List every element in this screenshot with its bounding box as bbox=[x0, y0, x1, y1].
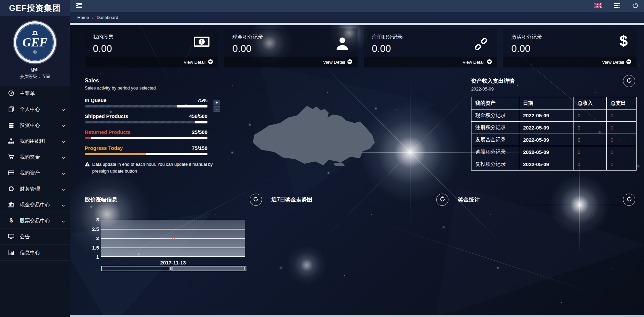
stock-price-panel: 股价涨幅信息 3 2.5 2 1.5 1 bbox=[85, 194, 263, 295]
sidebar-item-stock-trade-center[interactable]: $ 股票交易中心 bbox=[0, 213, 70, 229]
plus-button[interactable]: + bbox=[214, 100, 220, 105]
progress-today: Progress Today 75/150 bbox=[85, 145, 207, 155]
bank-glyph-icon bbox=[32, 30, 38, 36]
coin-glyph-icon: Ⓢ bbox=[33, 49, 37, 55]
sidebar-toggle-button[interactable] bbox=[76, 3, 82, 9]
chevron-down-icon bbox=[62, 122, 65, 128]
chevron-right-icon: › bbox=[92, 15, 94, 20]
app-title: GEF投资集团 bbox=[9, 3, 61, 14]
monitor-icon bbox=[7, 234, 15, 239]
refresh-button[interactable] bbox=[623, 75, 635, 87]
sidebar-item-main-menu[interactable]: 主菜单 bbox=[0, 85, 70, 101]
stock-panel-title: 股价涨幅信息 bbox=[85, 196, 263, 203]
slider-handle-left[interactable] bbox=[169, 266, 173, 271]
view-detail-link[interactable]: View Detail bbox=[503, 57, 637, 67]
arrow-circle-right-icon bbox=[487, 59, 492, 65]
table-row: 现金积分记录 2022-05-09 0 0 bbox=[471, 110, 637, 122]
slider-handle-right[interactable] bbox=[243, 266, 246, 271]
brand-header: GEF投资集团 bbox=[0, 0, 70, 16]
view-detail-link[interactable]: View Detail bbox=[85, 57, 218, 67]
warning-icon bbox=[85, 162, 90, 166]
main-content: 我的股票 0.00 1 View Detail 现金积分记录 0.00 bbox=[70, 23, 644, 317]
progress-in-queue: In Queue 75% bbox=[85, 97, 207, 107]
asset-detail-panel: 资产收入支出详情 2022-05-09 我的资产 日期 总收入 总支出 bbox=[471, 75, 637, 175]
chevron-down-icon bbox=[62, 186, 65, 192]
progress-bar bbox=[85, 153, 207, 155]
stat-value: 0.00 bbox=[233, 43, 350, 54]
uk-flag-icon bbox=[595, 3, 602, 9]
refresh-icon bbox=[253, 196, 259, 203]
arrow-circle-right-icon bbox=[626, 59, 631, 65]
dashboard-app: GEF投资集团 GEF Ⓢ gef 会员等级：五星 主菜单 bbox=[0, 0, 644, 317]
view-detail-link[interactable]: View Detail bbox=[224, 57, 358, 67]
asset-table: 我的资产 日期 总收入 总支出 现金积分记录 2022-05-09 0 bbox=[471, 97, 637, 171]
progress-bars: In Queue 75% Shipped Products 450/500 bbox=[85, 97, 207, 155]
speedometer-icon bbox=[7, 90, 15, 96]
middle-row: Sales Sales activity by period you selec… bbox=[85, 75, 637, 175]
sidebar-item-info-center[interactable]: 信息中心 bbox=[0, 245, 70, 261]
gridline bbox=[101, 256, 245, 257]
sitemap-icon bbox=[7, 138, 15, 144]
sidebar-item-investment-center[interactable]: 投资中心 bbox=[0, 117, 70, 133]
svg-text:1: 1 bbox=[200, 39, 203, 44]
sidebar-item-my-bonus[interactable]: 我的奖金 bbox=[0, 149, 70, 165]
stat-value: 0.00 bbox=[511, 43, 629, 54]
breadcrumb-current: Dashboard bbox=[97, 15, 118, 20]
sidebar-item-personal-center[interactable]: 个人中心 bbox=[0, 101, 70, 117]
progress-bar bbox=[85, 121, 207, 123]
sidebar-item-my-assets[interactable]: 我的资产 bbox=[0, 165, 70, 181]
content: 我的股票 0.00 1 View Detail 现金积分记录 0.00 bbox=[70, 25, 644, 315]
stat-card-my-stock: 我的股票 0.00 1 View Detail bbox=[85, 28, 218, 67]
refresh-button[interactable] bbox=[623, 194, 635, 206]
range-selection bbox=[171, 266, 246, 271]
dollar-sign-icon: $ bbox=[620, 33, 628, 49]
logo-text: GEF bbox=[22, 36, 47, 48]
data-point[interactable] bbox=[172, 237, 175, 240]
refresh-button[interactable] bbox=[436, 194, 448, 206]
stat-label: 现金积分记录 bbox=[233, 34, 350, 40]
arrow-circle-right-icon bbox=[208, 59, 213, 65]
stat-cards-row: 我的股票 0.00 1 View Detail 现金积分记录 0.00 bbox=[85, 28, 637, 67]
view-detail-link[interactable]: View Detail bbox=[364, 57, 497, 67]
stat-card-register-points: 注册积分记录 0.00 View Detail bbox=[364, 28, 497, 67]
sales-subtitle: Sales activity by period you selected bbox=[85, 85, 464, 91]
data-update-note: Data update in end of each hour. You can… bbox=[85, 161, 227, 175]
minus-button[interactable]: − bbox=[214, 106, 220, 112]
chevron-down-icon bbox=[62, 106, 65, 112]
sidebar-item-cash-trade-center[interactable]: 现金交易中心 bbox=[0, 197, 70, 213]
content-top-strip bbox=[70, 23, 644, 25]
sidebar-item-finance-mgmt[interactable]: 财务管理 bbox=[0, 181, 70, 197]
arrow-circle-right-icon bbox=[347, 59, 352, 65]
bonus-stats-title: 奖金统计 bbox=[458, 196, 637, 203]
cart-icon bbox=[7, 154, 15, 160]
table-row: 购股积分记录 2022-05-09 0 0 bbox=[471, 146, 637, 158]
asset-panel-title: 资产收入支出详情 bbox=[471, 78, 637, 85]
refresh-button[interactable] bbox=[250, 194, 262, 206]
breadcrumb-home-link[interactable]: Home bbox=[77, 15, 89, 20]
plot-area bbox=[101, 220, 245, 257]
bottom-row: 股价涨幅信息 3 2.5 2 1.5 1 bbox=[85, 194, 637, 295]
refresh-icon bbox=[626, 78, 632, 85]
messages-button[interactable] bbox=[614, 3, 620, 9]
profile-section: GEF Ⓢ gef 会员等级：五星 bbox=[0, 16, 70, 85]
language-flag-button[interactable] bbox=[595, 3, 602, 9]
list-icon bbox=[614, 3, 620, 9]
gridline bbox=[101, 229, 245, 230]
progress-bar bbox=[85, 105, 207, 107]
chevron-down-icon bbox=[62, 154, 65, 160]
stat-value: 0.00 bbox=[93, 43, 210, 54]
broken-link-icon bbox=[474, 37, 488, 53]
sidebar-item-org-chart[interactable]: 我的组织图 bbox=[0, 133, 70, 149]
sidebar-item-announcements[interactable]: 公告 bbox=[0, 229, 70, 245]
power-icon bbox=[632, 3, 638, 9]
stat-label: 我的股票 bbox=[93, 34, 210, 40]
range-slider[interactable] bbox=[101, 266, 246, 271]
member-level: 会员等级：五星 bbox=[0, 74, 70, 80]
progress-shipped: Shipped Products 450/500 bbox=[85, 113, 207, 123]
bonus-trend-panel: 近7日奖金走势图 bbox=[271, 194, 450, 295]
logout-button[interactable] bbox=[632, 3, 638, 9]
sidebar: GEF投资集团 GEF Ⓢ gef 会员等级：五星 主菜单 bbox=[0, 0, 70, 317]
money-bill-icon: 1 bbox=[194, 37, 209, 48]
credit-card-icon bbox=[7, 171, 15, 175]
bonus-stats-panel: 奖金统计 bbox=[458, 194, 637, 295]
